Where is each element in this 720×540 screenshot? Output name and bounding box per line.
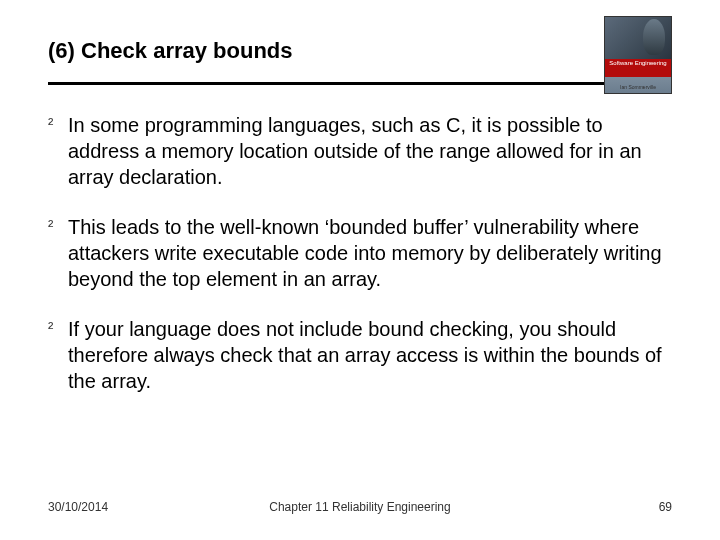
book-cover-title-stripe: Software Engineering xyxy=(605,59,671,77)
slide-title: (6) Check array bounds xyxy=(48,38,672,64)
bullet-text: If your language does not include bound … xyxy=(68,316,670,394)
bullet-item: ² In some programming languages, such as… xyxy=(48,112,670,190)
bullet-icon: ² xyxy=(48,112,68,136)
bullet-item: ² If your language does not include boun… xyxy=(48,316,670,394)
bullet-icon: ² xyxy=(48,214,68,238)
slide-body: ² In some programming languages, such as… xyxy=(0,64,720,394)
book-cover-author: Ian Sommerville xyxy=(605,84,671,90)
bullet-text: This leads to the well-known ‘bounded bu… xyxy=(68,214,670,292)
title-divider xyxy=(48,82,672,85)
footer-page-number: 69 xyxy=(659,500,672,514)
footer-date: 30/10/2014 xyxy=(48,500,108,514)
slide-footer: 30/10/2014 Chapter 11 Reliability Engine… xyxy=(0,500,720,514)
slide: (6) Check array bounds Software Engineer… xyxy=(0,0,720,540)
book-cover-image: Software Engineering Ian Sommerville xyxy=(604,16,672,94)
bullet-icon: ² xyxy=(48,316,68,340)
bullet-text: In some programming languages, such as C… xyxy=(68,112,670,190)
bullet-item: ² This leads to the well-known ‘bounded … xyxy=(48,214,670,292)
book-cover-building xyxy=(643,19,665,55)
